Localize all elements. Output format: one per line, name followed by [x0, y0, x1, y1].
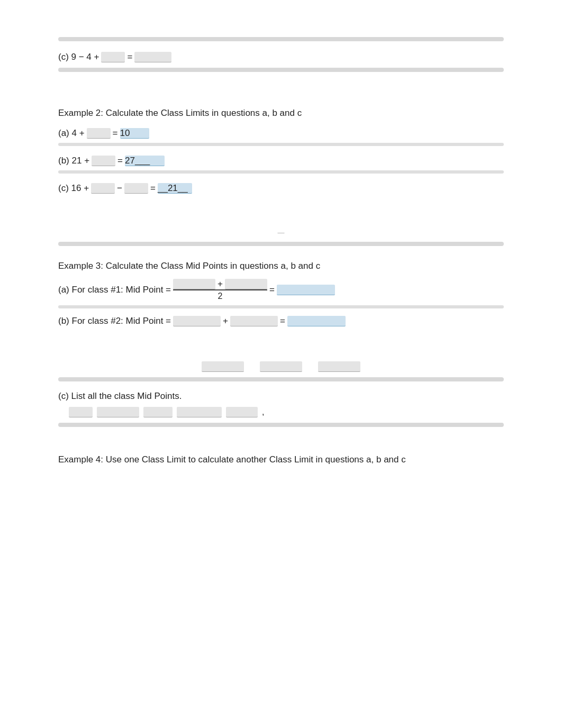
- example3-b-eq: =: [280, 316, 285, 326]
- midpoint-item-1[interactable]: [69, 407, 93, 417]
- example2-c-blank2[interactable]: [124, 183, 148, 194]
- example3-c-midpoints-list: ,: [69, 407, 504, 417]
- example2-c-line: (c) 16 + − = __21__: [58, 183, 504, 194]
- example3-a-eq: =: [269, 285, 275, 295]
- example3-a-label: (a) For class #1: Mid Point =: [58, 285, 171, 295]
- example3-a-fraction: + 2: [173, 279, 267, 301]
- example2-c-blank1[interactable]: [91, 183, 115, 194]
- example2-a-line: (a) 4 + = 10: [58, 128, 504, 139]
- example4-header: Example 4: Use one Class Limit to calcul…: [58, 454, 504, 465]
- divider-after-c-top: [58, 68, 504, 72]
- example3-header: Example 3: Calculate the Class Mid Point…: [58, 261, 504, 271]
- example2-a-blank1[interactable]: [87, 128, 111, 139]
- example2-a-answer[interactable]: 10: [120, 128, 149, 139]
- example2-header: Example 2: Calculate the Class Limits in…: [58, 108, 504, 119]
- example2-b-eq: =: [117, 156, 123, 166]
- divider-ex2b: [58, 170, 504, 174]
- page-marker: —: [58, 229, 504, 236]
- midpoint-item-4[interactable]: [177, 407, 222, 417]
- example2-a-label: (a) 4 +: [58, 128, 85, 139]
- example2-c-eq: =: [150, 183, 156, 194]
- example3-c-label: (c) List all the class Mid Points.: [58, 391, 182, 402]
- example2-b-answer[interactable]: 27___: [125, 156, 165, 166]
- example3-b-work-area: [58, 361, 504, 372]
- example2-b-line: (b) 21 + = 27___: [58, 156, 504, 166]
- divider-ex3c: [58, 423, 504, 427]
- work-blank-2[interactable]: [260, 361, 302, 372]
- example2-c-label: (c) 16 +: [58, 183, 89, 194]
- example3-b-blank2[interactable]: [230, 316, 278, 326]
- work-blank-3[interactable]: [318, 361, 360, 372]
- example3-a-row: (a) For class #1: Mid Point = + 2 =: [58, 279, 504, 301]
- fraction-denominator: 2: [218, 290, 223, 301]
- example3-b-label: (b) For class #2: Mid Point =: [58, 316, 171, 326]
- example3-c-label-line: (c) List all the class Mid Points.: [58, 391, 504, 402]
- example3-b-answer[interactable]: [287, 316, 346, 326]
- divider-ex3a: [58, 305, 504, 308]
- blank-c-top-1[interactable]: [101, 52, 125, 62]
- example2-a-eq: =: [113, 128, 118, 139]
- example3-a-answer[interactable]: [277, 285, 335, 295]
- plus-sign: +: [217, 279, 223, 289]
- example2-b-blank1[interactable]: [92, 156, 115, 166]
- question-c-top-text: (c) 9 − 4 +: [58, 52, 99, 62]
- question-c-top: (c) 9 − 4 + =: [58, 52, 504, 62]
- top-divider: [58, 37, 504, 41]
- midpoint-item-5[interactable]: [226, 407, 258, 417]
- example3-b-blank1[interactable]: [173, 316, 221, 326]
- divider-ex2a: [58, 143, 504, 146]
- example3-a-frac-blank2[interactable]: [225, 279, 267, 289]
- example3-a-frac-blank1[interactable]: [173, 279, 215, 289]
- question-c-top-eq: =: [127, 52, 132, 62]
- divider-ex3b: [58, 377, 504, 381]
- example2-c-answer[interactable]: __21__: [158, 183, 192, 194]
- work-blank-1[interactable]: [202, 361, 244, 372]
- example3-b-row: (b) For class #2: Mid Point = + =: [58, 316, 504, 326]
- midpoint-item-2[interactable]: [97, 407, 139, 417]
- page-content: (c) 9 − 4 + = Example 2: Calculate the C…: [0, 0, 562, 502]
- midpoint-item-3[interactable]: [143, 407, 173, 417]
- example3-b-plus: +: [223, 316, 228, 326]
- example2-b-label: (b) 21 +: [58, 156, 89, 166]
- fraction-numerator: +: [173, 279, 267, 289]
- midpoint-comma: ,: [262, 407, 264, 417]
- divider-before-ex3: [58, 242, 504, 246]
- example2-c-minus: −: [117, 183, 122, 194]
- blank-c-top-2[interactable]: [134, 52, 171, 62]
